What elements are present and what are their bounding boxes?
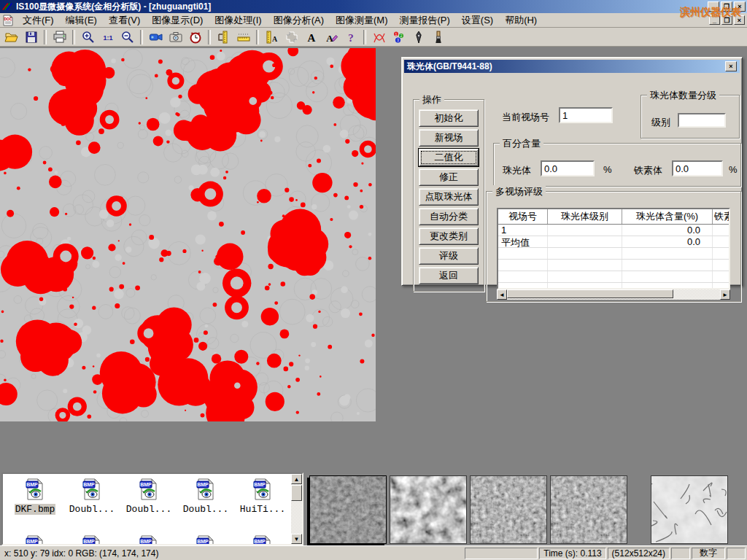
table-cell <box>713 236 730 247</box>
table-header-1[interactable]: 视场号 <box>498 209 548 224</box>
help-button[interactable]: ? <box>341 29 360 45</box>
file-item-partial[interactable]: BMP <box>7 535 63 545</box>
file-item-partial[interactable]: BMP <box>121 535 177 545</box>
op-button-5[interactable]: 点取珠光体 <box>419 188 479 206</box>
scrollbar-thumb[interactable] <box>507 289 673 298</box>
ferrite-unit: % <box>729 164 738 175</box>
minimize-icon[interactable]: _ <box>709 15 720 25</box>
window-title: IS100显微摄像系统(金相分析版) - [zhuguangti01] <box>16 1 706 13</box>
zoom-out-button[interactable] <box>118 29 136 45</box>
actual-size-button[interactable]: 1:1 <box>98 29 117 45</box>
menu-item-2[interactable]: 编辑(E) <box>60 13 103 28</box>
op-button-9[interactable]: 返回 <box>419 267 479 284</box>
op-button-8[interactable]: 评级 <box>419 247 479 265</box>
scroll-down-icon[interactable]: ▼ <box>291 534 302 544</box>
menu-item-7[interactable]: 图像测量(M) <box>330 13 394 28</box>
file-item-Doubl[interactable]: BMPDoubl... <box>178 478 233 515</box>
menu-item-5[interactable]: 图像处理(I) <box>209 13 267 28</box>
image-viewport[interactable] <box>0 48 376 421</box>
dialog-title-bar[interactable]: 珠光体(GB/T9441-88) × <box>404 60 740 73</box>
table-header-4[interactable]: 铁素体含量(%) <box>713 209 730 224</box>
thumbnail-3[interactable] <box>470 475 547 544</box>
file-item-partial[interactable]: BMP <box>64 535 120 545</box>
thumbnail-2[interactable] <box>390 475 467 544</box>
snapshot-button[interactable] <box>166 29 185 45</box>
pearlite-percent-input[interactable] <box>541 160 595 176</box>
menu-item-8[interactable]: 测量报告(P) <box>393 13 455 28</box>
open-folder-button[interactable] <box>2 29 20 45</box>
op-button-6[interactable]: 自动分类 <box>419 208 479 225</box>
timer-button[interactable] <box>186 29 204 45</box>
table-row-4[interactable] <box>498 260 729 271</box>
op-button-3[interactable]: 二值化 <box>419 149 479 166</box>
table-cell <box>622 271 713 282</box>
annotate-button[interactable]: A <box>322 29 340 45</box>
text-button[interactable]: A <box>302 29 320 45</box>
restore-icon[interactable]: ❐ <box>721 15 732 25</box>
toolbar-separator <box>44 30 47 44</box>
op-button-1[interactable]: 初始化 <box>419 109 479 127</box>
table-row-2[interactable]: 平均值0.0 <box>498 236 729 248</box>
scrollbar-track[interactable] <box>507 289 720 300</box>
thumbnail-4[interactable] <box>550 475 627 544</box>
thumbnail-1[interactable] <box>309 475 387 544</box>
table-cell: 1 <box>498 225 548 236</box>
menu-item-10[interactable]: 帮助(H) <box>499 13 543 28</box>
operations-group: 操作 初始化新视场二值化修正点取珠光体自动分类更改类别评级返回 <box>413 99 484 292</box>
close-icon[interactable]: × <box>734 15 745 25</box>
video-camera-button[interactable] <box>147 29 165 45</box>
grade-input[interactable] <box>678 113 726 128</box>
table-cell <box>498 260 548 271</box>
table-header-2[interactable]: 珠光体级别 <box>548 209 622 224</box>
scrollbar-thumb[interactable] <box>291 485 302 501</box>
table-row-3[interactable] <box>498 248 729 260</box>
op-button-2[interactable]: 新视场 <box>419 129 479 147</box>
file-label: Doubl... <box>182 504 229 515</box>
menu-item-1[interactable]: 文件(F) <box>17 13 60 28</box>
pen-tool-button[interactable] <box>409 29 427 45</box>
table-row-6[interactable] <box>498 283 729 289</box>
file-browser-scrollbar[interactable]: ▲ ▼ <box>291 474 302 544</box>
table-header-3[interactable]: 珠光体含量(%) <box>622 209 713 224</box>
ruler-button[interactable] <box>234 29 252 45</box>
table-row-1[interactable]: 10.0 <box>498 225 729 236</box>
bmp-file-icon: BMP <box>26 535 44 545</box>
file-item-partial[interactable]: BMP <box>235 535 290 545</box>
title-bar: IS100显微摄像系统(金相分析版) - [zhuguangti01] _❐× <box>0 0 747 13</box>
op-button-7[interactable]: 更改类别 <box>419 228 479 245</box>
file-item-Doubl[interactable]: BMPDoubl... <box>121 478 177 515</box>
brush-tool-button[interactable] <box>429 29 447 45</box>
file-item-partial[interactable]: BMP <box>178 535 233 545</box>
scroll-up-icon[interactable]: ▲ <box>291 474 302 484</box>
scroll-right-icon[interactable]: ► <box>720 289 730 300</box>
table-cell <box>548 236 622 247</box>
print-button[interactable] <box>50 29 69 45</box>
dialog-close-icon[interactable]: × <box>725 61 737 71</box>
file-item-Doubl[interactable]: BMPDoubl... <box>64 478 120 515</box>
save-button[interactable] <box>22 29 40 45</box>
table-horizontal-scrollbar[interactable]: ◄ ► <box>497 289 730 300</box>
zoom-in-button[interactable] <box>79 29 97 45</box>
menu-item-4[interactable]: 图像显示(D) <box>146 13 209 28</box>
ferrite-percent-input[interactable] <box>672 160 723 176</box>
restore-icon[interactable]: ❐ <box>721 1 732 12</box>
menu-item-3[interactable]: 查看(V) <box>103 13 146 28</box>
menu-item-9[interactable]: 设置(S) <box>456 13 499 28</box>
scroll-left-icon[interactable]: ◄ <box>497 289 507 300</box>
rating-table[interactable]: 视场号珠光体级别珠光体含量(%)铁素体含量(%) 10.0平均值0.0 <box>497 208 730 289</box>
class-markers-button[interactable]: 123 <box>390 29 408 45</box>
toolbar-separator <box>208 30 211 44</box>
table-row-5[interactable] <box>498 271 729 283</box>
curve-tool-button[interactable] <box>370 29 388 45</box>
menu-item-6[interactable]: 图像分析(A) <box>268 13 330 28</box>
minimize-icon[interactable]: _ <box>708 1 719 12</box>
caliper-button[interactable] <box>214 29 233 45</box>
op-button-4[interactable]: 修正 <box>419 168 479 186</box>
grid-button[interactable] <box>282 29 301 45</box>
close-icon[interactable]: × <box>734 1 746 12</box>
measure-scale-button[interactable]: A <box>263 29 281 45</box>
thumbnail-5[interactable] <box>651 475 728 544</box>
current-field-input[interactable] <box>559 107 613 123</box>
file-item-DKFbmp[interactable]: BMPDKF.bmp <box>7 478 63 515</box>
file-item-HuiTi[interactable]: BMPHuiTi... <box>235 478 290 515</box>
